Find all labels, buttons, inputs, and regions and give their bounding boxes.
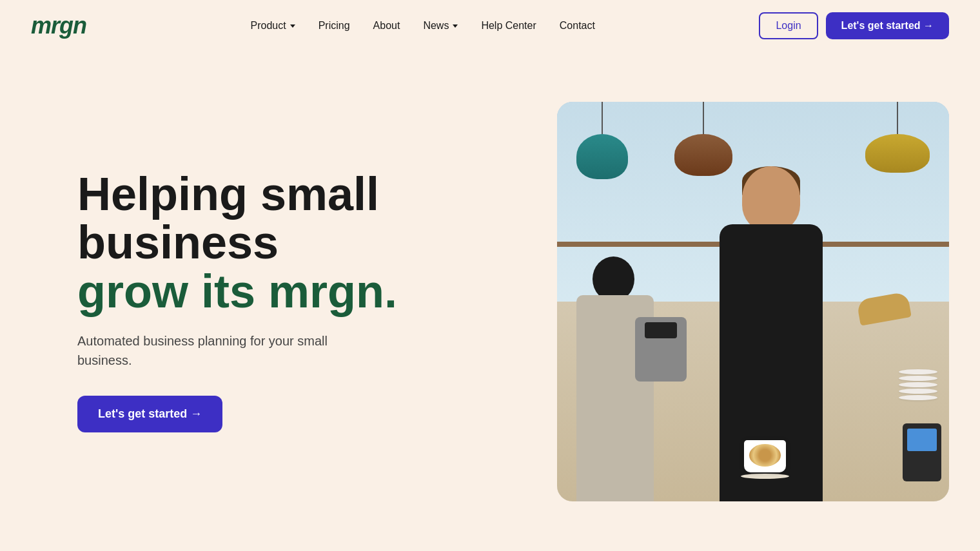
lamp-teal: [576, 102, 628, 179]
hero-content: Helping small business grow its mrgn. Au…: [77, 170, 557, 433]
nav-item-product: Product: [242, 15, 304, 37]
machine-screen: [645, 322, 677, 338]
pos-terminal: [903, 423, 941, 481]
person-head: [742, 166, 800, 231]
nav-item-pricing: Pricing: [309, 15, 359, 37]
plate: [899, 376, 937, 381]
pos-screen: [907, 429, 937, 451]
plate: [899, 389, 937, 394]
lamp-brown: [674, 102, 732, 166]
nav-item-help-center: Help Center: [472, 15, 545, 37]
plate: [899, 395, 937, 400]
plates-stack: [899, 369, 937, 401]
nav-contact-link[interactable]: Contact: [551, 15, 604, 37]
nav-links: Product Pricing About News Help Center C…: [242, 15, 604, 37]
hero-cta-button[interactable]: Let's get started →: [77, 396, 222, 432]
nav-item-contact: Contact: [551, 15, 604, 37]
login-button[interactable]: Login: [759, 12, 818, 39]
nav-actions: Login Let's get started →: [759, 12, 949, 39]
navbar: mrgn Product Pricing About News Help Cen…: [0, 0, 980, 52]
chevron-down-icon: [290, 24, 295, 28]
nav-product-button[interactable]: Product: [242, 15, 304, 37]
nav-cta-button[interactable]: Let's get started →: [826, 12, 949, 39]
plate: [899, 382, 937, 387]
plate: [899, 369, 937, 374]
hero-section: Helping small business grow its mrgn. Au…: [0, 52, 980, 551]
nav-pricing-link[interactable]: Pricing: [309, 15, 359, 37]
hero-subheadline: Automated business planning for your sma…: [77, 331, 348, 370]
latte-art: [749, 444, 781, 467]
nav-news-button[interactable]: News: [414, 15, 467, 37]
hero-image: [557, 102, 949, 501]
nav-item-news: News: [414, 15, 467, 37]
cup-body: [744, 440, 786, 472]
chevron-down-icon: [453, 24, 458, 28]
nav-help-center-link[interactable]: Help Center: [472, 15, 545, 37]
hero-image-scene: [557, 102, 949, 501]
hero-headline: Helping small business grow its mrgn.: [77, 170, 531, 316]
lamp-yellow: [865, 102, 930, 160]
nav-item-about: About: [364, 15, 409, 37]
espresso-machine: [635, 317, 687, 382]
nav-about-link[interactable]: About: [364, 15, 409, 37]
cup-saucer: [741, 474, 789, 479]
coffee-cup: [744, 440, 789, 479]
logo[interactable]: mrgn: [31, 12, 86, 39]
